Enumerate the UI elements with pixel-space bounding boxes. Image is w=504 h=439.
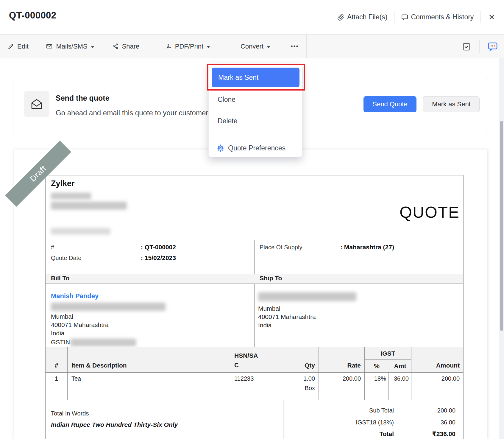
mark-as-sent-button[interactable]: Mark as Sent: [423, 96, 480, 112]
ship-to-postal: 400071 Maharashtra: [258, 313, 316, 320]
table-row: 1 Tea 112233 1.00 Box 200.00 18% 36.00 2…: [46, 373, 463, 400]
edit-label: Edit: [17, 43, 29, 50]
convert-button[interactable]: Convert: [228, 35, 283, 58]
share-label: Share: [122, 43, 140, 50]
ship-to-country: India: [258, 322, 272, 329]
pencil-icon: [7, 43, 14, 50]
caret-down-icon: [267, 46, 270, 48]
row-qty-unit: Box: [273, 385, 315, 392]
place-of-supply-label: Place Of Supply: [260, 244, 302, 251]
col-number: #: [46, 347, 67, 372]
caret-down-icon: [91, 46, 94, 48]
row-amount: 200.00: [411, 373, 464, 400]
banner-title: Send the quote: [56, 94, 110, 102]
more-actions-button[interactable]: •••: [283, 35, 307, 58]
col-item-description: Item & Description: [67, 347, 231, 372]
send-quote-button[interactable]: Send Quote: [363, 96, 416, 112]
chat-support-button[interactable]: [486, 41, 500, 52]
divider: [254, 240, 255, 347]
divider: [479, 40, 480, 53]
ship-to-city: Mumbai: [258, 305, 280, 312]
row-qty: 1.00 Box: [273, 373, 319, 400]
grand-total-label: Total: [46, 430, 394, 438]
quote-date-value: : 15/02/2023: [141, 254, 176, 261]
tasks-checklist-button[interactable]: [460, 41, 473, 52]
menu-item-delete[interactable]: Delete: [209, 116, 302, 126]
menu-divider: [213, 134, 298, 134]
redacted-text: [51, 228, 110, 235]
share-button[interactable]: Share: [104, 35, 147, 58]
page-header: QT-000002 Attach File(s) Comments & Hist…: [0, 0, 504, 34]
redacted-text: [71, 339, 136, 346]
items-table-header: # Item & Description HSN/SAC Qty Rate IG…: [46, 347, 463, 373]
igst-total-value: 36.00: [394, 419, 460, 426]
quote-number-label: #: [51, 244, 54, 251]
pdf-icon: [165, 43, 172, 50]
customer-name-link[interactable]: Manish Pandey: [51, 292, 99, 300]
totals-section: Total In Words Indian Rupee Two Hundred …: [46, 400, 463, 439]
pdf-print-label: PDF/Print: [175, 43, 203, 50]
col-qty: Qty: [273, 347, 319, 372]
toolbar-right-icons: [460, 35, 504, 58]
bill-to-country: India: [51, 330, 65, 337]
quote-toolbar: Edit Mails/SMS Share PDF/Print Convert: [0, 34, 504, 58]
ellipsis-icon: •••: [291, 43, 299, 50]
divider: [394, 11, 394, 23]
divider: [480, 11, 480, 23]
col-igst-group: IGST % Amt: [364, 347, 411, 372]
igst-total-label: IGST18 (18%): [46, 419, 394, 426]
sub-total-value: 200.00: [394, 407, 460, 414]
attach-files-button[interactable]: Attach File(s): [337, 13, 387, 21]
col-amount: Amount: [411, 347, 464, 372]
menu-item-clone[interactable]: Clone: [209, 94, 302, 105]
envelope-icon: [46, 43, 53, 50]
redacted-text: [51, 303, 166, 311]
mails-sms-button[interactable]: Mails/SMS: [36, 35, 104, 58]
quote-date-label: Quote Date: [51, 255, 81, 261]
row-item-name: Tea: [67, 373, 231, 400]
redacted-text: [51, 193, 91, 199]
row-rate: 200.00: [319, 373, 364, 400]
ship-to-heading: Ship To: [260, 275, 282, 282]
scrollbar-track[interactable]: [499, 58, 504, 439]
bill-to-postal: 400071 Maharashtra: [51, 321, 109, 329]
menu-item-quote-preferences[interactable]: Quote Preferences: [209, 143, 302, 153]
close-icon[interactable]: ✕: [487, 13, 496, 22]
quote-document-card: Draft Zylker QUOTE # : QT-000002 Quote D…: [14, 150, 487, 439]
row-number: 1: [46, 373, 67, 400]
sub-total-label: Sub Total: [46, 407, 394, 414]
col-igst-pct: %: [365, 360, 389, 373]
quote-number-value: : QT-000002: [141, 244, 176, 251]
caret-down-icon: [207, 46, 210, 48]
gstin-label: GSTIN: [51, 339, 70, 346]
chat-dots-icon: [487, 41, 498, 52]
more-actions-menu: Mark as Sent Clone Delete Quote Preferen…: [208, 63, 302, 157]
col-rate: Rate: [319, 347, 364, 372]
quote-preferences-label: Quote Preferences: [228, 144, 285, 152]
share-icon: [112, 43, 119, 50]
row-igst-pct: 18%: [364, 373, 388, 400]
quote-detail-page: QT-000002 Attach File(s) Comments & Hist…: [0, 0, 504, 439]
clipboard-check-icon: [461, 41, 472, 52]
comment-bubble-icon: [401, 13, 408, 21]
convert-label: Convert: [241, 43, 263, 50]
gear-icon: [216, 144, 224, 152]
comments-history-label: Comments & History: [411, 13, 474, 21]
menu-item-mark-as-sent[interactable]: Mark as Sent: [212, 68, 299, 87]
mails-sms-label: Mails/SMS: [56, 43, 87, 50]
company-name: Zylker: [51, 179, 75, 188]
col-igst: IGST: [365, 347, 411, 360]
quote-document: Zylker QUOTE # : QT-000002 Quote Date : …: [45, 175, 464, 439]
row-hsn: 112233: [231, 373, 273, 400]
place-of-supply-value: : Maharashtra (27): [340, 244, 394, 251]
col-hsn-sac: HSN/SAC: [231, 347, 273, 372]
edit-button[interactable]: Edit: [0, 35, 36, 58]
pdf-print-button[interactable]: PDF/Print: [147, 35, 228, 58]
redacted-text: [51, 202, 127, 210]
bill-to-heading: Bill To: [51, 275, 70, 282]
col-igst-amt: Amt: [389, 360, 411, 373]
grand-total-value: ₹236.00: [394, 430, 460, 438]
comments-history-button[interactable]: Comments & History: [401, 13, 474, 21]
row-igst-amt: 36.00: [388, 373, 411, 400]
scrollbar-thumb[interactable]: [500, 121, 503, 331]
